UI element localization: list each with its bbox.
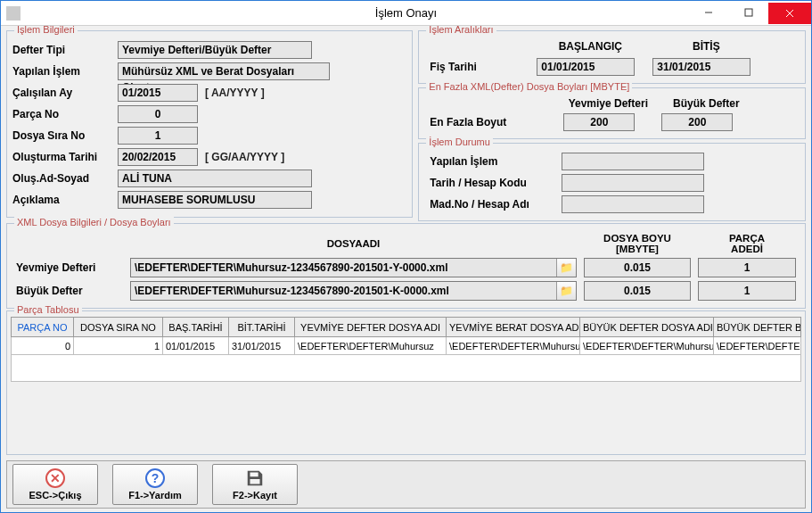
maximize-button[interactable] [728, 3, 768, 22]
bottom-toolbar: ✕ ESC->Çıkış ? F1->Yardım F2->Kayıt [6, 460, 806, 509]
fis-tarihi-bitis[interactable]: 31/01/2015 [652, 58, 750, 76]
fis-tarihi-baslangic[interactable]: 01/01/2015 [537, 58, 635, 76]
olusturma-tarihi-value: 20/02/2015 [118, 148, 198, 166]
app-window: İşlem Onayı İşlem Bilgileri Defter Tipi … [0, 0, 812, 513]
olus-ad-soyad-label: Oluş.Ad-Soyad [12, 172, 118, 185]
defter-tipi-value: Yevmiye Defteri/Büyük Defter [118, 41, 312, 59]
cell-bit-tarihi[interactable]: 31/01/2015 [229, 337, 295, 355]
exit-button-label: ESC->Çıkış [29, 490, 82, 501]
cell-yevmiye-dosya[interactable]: \EDEFTER\DEFTER\Muhursuz [295, 337, 447, 355]
calisilan-ay-label: Çalışılan Ay [12, 87, 118, 99]
en-fazla-buyuk-value[interactable]: 200 [661, 113, 733, 131]
save-icon [245, 468, 265, 488]
defter-tipi-label: Defter Tipi [12, 44, 118, 56]
en-fazla-yevmiye-value[interactable]: 200 [563, 113, 635, 131]
en-fazla-label: En Fazla Boyut [430, 116, 554, 128]
parca-tablosu-legend: Parça Tablosu [14, 304, 82, 315]
col-dosya-sira-no[interactable]: DOSYA SIRA NO [74, 318, 163, 337]
col-bit-tarihi[interactable]: BİT.TARİHİ [229, 318, 295, 337]
olus-ad-soyad-value: ALİ TUNA [118, 170, 312, 187]
table-header-row: PARÇA NO DOSYA SIRA NO BAŞ.TARİHİ BİT.TA… [12, 318, 801, 337]
xml-yevmiye-label: Yevmiye Defteri [16, 261, 123, 274]
xml-buyuk-label: Büyük Defter [16, 285, 123, 297]
aciklama-label: Açıklama [12, 194, 118, 206]
table-row[interactable]: 0 1 01/01/2015 31/01/2015 \EDEFTER\DEFTE… [12, 337, 801, 355]
xml-buyuk-boyut: 0.015 [584, 281, 691, 301]
durum-yapilan-islem-value [562, 153, 704, 170]
col-yevmiye-berat[interactable]: YEVMİYE BERAT DOSYA ADI [447, 318, 580, 337]
help-button-label: F1->Yardım [128, 490, 182, 501]
durum-tarih-hesap-kodu-value [562, 174, 704, 192]
durum-madno-hesap-adi-label: Mad.No / Hesap Adı [430, 198, 554, 211]
help-icon: ? [145, 468, 165, 488]
xml-yevmiye-path: \EDEFTER\DEFTER\Muhursuz-1234567890-2015… [131, 261, 556, 274]
cell-parca-no[interactable]: 0 [12, 337, 74, 355]
islem-bilgileri-group: İşlem Bilgileri Defter Tipi Yevmiye Deft… [6, 30, 413, 218]
browse-yevmiye-button[interactable]: 📁 [556, 259, 576, 277]
help-button[interactable]: ? F1->Yardım [112, 464, 198, 505]
cell-buyuk-dosya[interactable]: \EDEFTER\DEFTER\Muhursuz [580, 337, 714, 355]
islem-araliklari-group: İşlem Aralıkları BAŞLANGIÇ BİTİŞ Fiş Tar… [418, 30, 806, 84]
xml-dosya-boyu-header: DOSYA BOYU [MBYTE] [584, 233, 691, 254]
parca-tablosu-group: Parça Tablosu PARÇA NO DOSYA SIRA NO BAŞ… [6, 310, 806, 455]
en-fazla-group: En Fazla XML(Defter) Dosya Boyları [MBYT… [418, 87, 806, 139]
parca-no-value: 0 [118, 105, 198, 123]
parca-tablosu-grid[interactable]: PARÇA NO DOSYA SIRA NO BAŞ.TARİHİ BİT.TA… [11, 317, 801, 355]
dosya-sira-no-label: Dosya Sıra No [12, 129, 118, 142]
durum-yapilan-islem-label: Yapılan İşlem [430, 155, 554, 168]
col-parca-no[interactable]: PARÇA NO [12, 318, 74, 337]
exit-icon: ✕ [45, 468, 65, 488]
xml-yevmiye-parca: 1 [698, 258, 796, 277]
xml-buyuk-path: \EDEFTER\DEFTER\Muhursuz-1234567890-2015… [131, 285, 556, 297]
grid-empty-area [11, 355, 801, 382]
save-button[interactable]: F2->Kayıt [212, 464, 298, 505]
olusturma-tarihi-label: Oluşturma Tarihi [12, 151, 118, 163]
en-fazla-yevmiye-header: Yevmiye Defteri [563, 97, 652, 110]
cell-dosya-sira-no[interactable]: 1 [74, 337, 163, 355]
olusturma-tarihi-hint: [ GG/AA/YYYY ] [205, 151, 284, 163]
cell-yevmiye-berat[interactable]: \EDEFTER\DEFTER\Muhursuz [447, 337, 580, 355]
durum-tarih-hesap-kodu-label: Tarih / Hesap Kodu [430, 177, 554, 189]
col-buyuk-dosya[interactable]: BÜYÜK DEFTER DOSYA ADI [580, 318, 714, 337]
yapilan-islem-value: Mühürsüz XML ve Berat Dosyaları Oluştur [118, 62, 330, 80]
islem-durumu-legend: İşlem Durumu [426, 137, 492, 147]
svg-rect-1 [745, 9, 752, 16]
xml-dosya-legend: XML Dosya Bilgileri / Dosya Boyları [14, 217, 174, 228]
xml-yevmiye-path-box: \EDEFTER\DEFTER\Muhursuz-1234567890-2015… [130, 258, 577, 277]
cell-buyuk-berat[interactable]: \EDEFTER\DEFTER\Muhursuz [714, 337, 801, 355]
islem-bilgileri-legend: İşlem Bilgileri [14, 26, 78, 35]
col-yevmiye-dosya[interactable]: YEVMİYE DEFTER DOSYA ADI [295, 318, 447, 337]
calisilan-ay-hint: [ AA/YYYY ] [205, 87, 265, 99]
exit-button[interactable]: ✕ ESC->Çıkış [12, 464, 98, 505]
xml-dosya-adi-header: DOSYAADI [130, 238, 577, 249]
aciklama-value: MUHASEBE SORUMLUSU [118, 191, 312, 209]
yapilan-islem-label: Yapılan İşlem [12, 65, 118, 78]
en-fazla-buyuk-header: Büyük Defter [661, 97, 750, 110]
folder-icon: 📁 [560, 261, 573, 274]
xml-parca-adedi-header: PARÇA ADEDİ [698, 233, 796, 254]
close-button[interactable] [768, 3, 811, 24]
islem-araliklari-legend: İşlem Aralıkları [426, 26, 496, 35]
browse-buyuk-button[interactable]: 📁 [556, 282, 576, 300]
xml-dosya-group: XML Dosya Bilgileri / Dosya Boyları DOSY… [6, 223, 806, 309]
islem-durumu-group: İşlem Durumu Yapılan İşlem Tarih / Hesap… [418, 143, 806, 221]
baslangic-header: BAŞLANGIÇ [537, 40, 644, 53]
dosya-sira-no-value: 1 [118, 127, 198, 145]
fis-tarihi-label: Fiş Tarihi [430, 61, 528, 73]
bitis-header: BİTİŞ [652, 40, 759, 53]
app-icon [6, 6, 21, 21]
en-fazla-legend: En Fazla XML(Defter) Dosya Boyları [MBYT… [426, 81, 632, 92]
col-bas-tarihi[interactable]: BAŞ.TARİHİ [163, 318, 229, 337]
window-buttons [688, 3, 811, 24]
titlebar: İşlem Onayı [1, 1, 811, 26]
calisilan-ay-value: 01/2015 [118, 84, 198, 102]
xml-buyuk-parca: 1 [698, 281, 796, 301]
col-buyuk-berat[interactable]: BÜYÜK DEFTER BERAT DOSYA ADI [714, 318, 801, 337]
durum-madno-hesap-adi-value [562, 195, 704, 213]
save-button-label: F2->Kayıt [233, 490, 277, 501]
parca-no-label: Parça No [12, 108, 118, 120]
minimize-button[interactable] [688, 3, 728, 22]
folder-icon: 📁 [560, 285, 573, 297]
xml-yevmiye-boyut: 0.015 [584, 258, 691, 277]
cell-bas-tarihi[interactable]: 01/01/2015 [163, 337, 229, 355]
